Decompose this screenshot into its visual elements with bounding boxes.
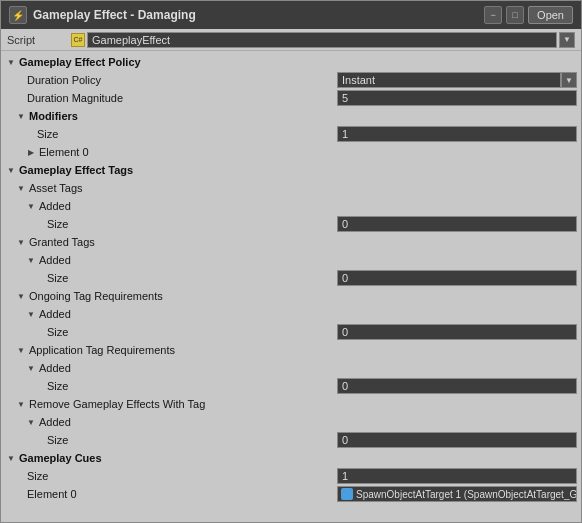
arrow-granted-tags-added[interactable] [25, 254, 37, 266]
row-remove-added-size: Size [1, 431, 581, 449]
script-select-arrow[interactable]: ▼ [559, 32, 575, 48]
script-field: C# GameplayEffect ▼ [71, 32, 575, 48]
remove-added-size-input[interactable] [337, 432, 577, 448]
duration-policy-select-wrap: Instant Infinite HasDuration ▼ [337, 72, 577, 88]
arrow-remove-added[interactable] [25, 416, 37, 428]
arrow-modifiers-element0[interactable] [25, 146, 37, 158]
row-duration-magnitude: Duration Magnitude [1, 89, 581, 107]
label-granted-tags-added: Added [39, 254, 71, 266]
arrow-asset-tags-added[interactable] [25, 200, 37, 212]
script-label: Script [7, 34, 67, 46]
row-gameplay-cues: Gameplay Cues [1, 449, 581, 467]
row-modifiers-element0: Element 0 [1, 143, 581, 161]
label-granted-tags-size: Size [47, 272, 68, 284]
arrow-gameplay-cues[interactable] [5, 452, 17, 464]
row-modifiers-size: Size [1, 125, 581, 143]
row-gameplay-effect-policy: Gameplay Effect Policy [1, 53, 581, 71]
arrow-gameplay-effect-tags[interactable] [5, 164, 17, 176]
label-ongoing-added-size: Size [47, 326, 68, 338]
modifiers-size-input[interactable] [337, 126, 577, 142]
label-remove-added: Added [39, 416, 71, 428]
arrow-ongoing-tag-requirements[interactable] [15, 290, 27, 302]
row-remove-added: Added [1, 413, 581, 431]
row-gameplay-cues-element0: Element 0 SpawnObjectAtTarget 1 (SpawnOb… [1, 485, 581, 503]
toolbar: Script C# GameplayEffect ▼ [1, 29, 581, 51]
open-button[interactable]: Open [528, 6, 573, 24]
label-application-added-size: Size [47, 380, 68, 392]
label-remove-gameplay-effects: Remove Gameplay Effects With Tag [29, 398, 205, 410]
arrow-ongoing-added[interactable] [25, 308, 37, 320]
row-granted-tags-added: Added [1, 251, 581, 269]
row-asset-tags-size: Size [1, 215, 581, 233]
spawn-object-icon [341, 488, 353, 500]
label-modifiers: Modifiers [29, 110, 78, 122]
label-gameplay-cues-element0: Element 0 [27, 488, 77, 500]
label-asset-tags-added: Added [39, 200, 71, 212]
script-icon: C# [71, 33, 85, 47]
title-bar: ⚡ Gameplay Effect - Damaging − □ Open [1, 1, 581, 29]
spawn-object-value: SpawnObjectAtTarget 1 (SpawnObjectAtTarg… [356, 489, 577, 500]
row-ongoing-added: Added [1, 305, 581, 323]
gameplay-cues-size-input[interactable] [337, 468, 577, 484]
label-granted-tags: Granted Tags [29, 236, 95, 248]
label-gameplay-cues: Gameplay Cues [19, 452, 102, 464]
title-controls: − □ Open [484, 6, 573, 24]
app-icon: ⚡ [9, 6, 27, 24]
row-application-added: Added [1, 359, 581, 377]
arrow-application-tag-requirements[interactable] [15, 344, 27, 356]
row-application-tag-requirements: Application Tag Requirements [1, 341, 581, 359]
row-gameplay-effect-tags: Gameplay Effect Tags [1, 161, 581, 179]
label-gameplay-effect-tags: Gameplay Effect Tags [19, 164, 133, 176]
row-granted-tags-size: Size [1, 269, 581, 287]
label-application-added: Added [39, 362, 71, 374]
label-asset-tags-size: Size [47, 218, 68, 230]
row-ongoing-added-size: Size [1, 323, 581, 341]
duration-policy-arrow[interactable]: ▼ [561, 72, 577, 88]
maximize-button[interactable]: □ [506, 6, 524, 24]
row-duration-policy: Duration Policy Instant Infinite HasDura… [1, 71, 581, 89]
granted-tags-size-input[interactable] [337, 270, 577, 286]
label-gameplay-effect-policy: Gameplay Effect Policy [19, 56, 141, 68]
minimize-button[interactable]: − [484, 6, 502, 24]
label-ongoing-tag-requirements: Ongoing Tag Requirements [29, 290, 163, 302]
arrow-granted-tags[interactable] [15, 236, 27, 248]
application-added-size-input[interactable] [337, 378, 577, 394]
asset-tags-size-input[interactable] [337, 216, 577, 232]
label-duration-policy: Duration Policy [27, 74, 101, 86]
label-modifiers-size: Size [37, 128, 58, 140]
arrow-modifiers[interactable] [15, 110, 27, 122]
inspector-content: Gameplay Effect Policy Duration Policy I… [1, 51, 581, 522]
row-gameplay-cues-size: Size [1, 467, 581, 485]
duration-magnitude-input[interactable] [337, 90, 577, 106]
label-asset-tags: Asset Tags [29, 182, 83, 194]
script-value[interactable]: GameplayEffect [87, 32, 557, 48]
label-gameplay-cues-size: Size [27, 470, 48, 482]
ongoing-added-size-input[interactable] [337, 324, 577, 340]
row-granted-tags: Granted Tags [1, 233, 581, 251]
label-duration-magnitude: Duration Magnitude [27, 92, 123, 104]
row-application-added-size: Size [1, 377, 581, 395]
label-application-tag-requirements: Application Tag Requirements [29, 344, 175, 356]
row-modifiers: Modifiers [1, 107, 581, 125]
row-remove-gameplay-effects: Remove Gameplay Effects With Tag [1, 395, 581, 413]
row-ongoing-tag-requirements: Ongoing Tag Requirements [1, 287, 581, 305]
arrow-application-added[interactable] [25, 362, 37, 374]
arrow-asset-tags[interactable] [15, 182, 27, 194]
arrow-remove-gameplay-effects[interactable] [15, 398, 27, 410]
arrow-gameplay-effect-policy[interactable] [5, 56, 17, 68]
label-ongoing-added: Added [39, 308, 71, 320]
window-title: Gameplay Effect - Damaging [33, 8, 478, 22]
row-asset-tags: Asset Tags [1, 179, 581, 197]
duration-policy-select[interactable]: Instant Infinite HasDuration [337, 72, 561, 88]
label-remove-added-size: Size [47, 434, 68, 446]
row-asset-tags-added: Added [1, 197, 581, 215]
spawn-object-field[interactable]: SpawnObjectAtTarget 1 (SpawnObjectAtTarg… [337, 486, 577, 502]
window: ⚡ Gameplay Effect - Damaging − □ Open Sc… [0, 0, 582, 523]
label-modifiers-element0: Element 0 [39, 146, 89, 158]
